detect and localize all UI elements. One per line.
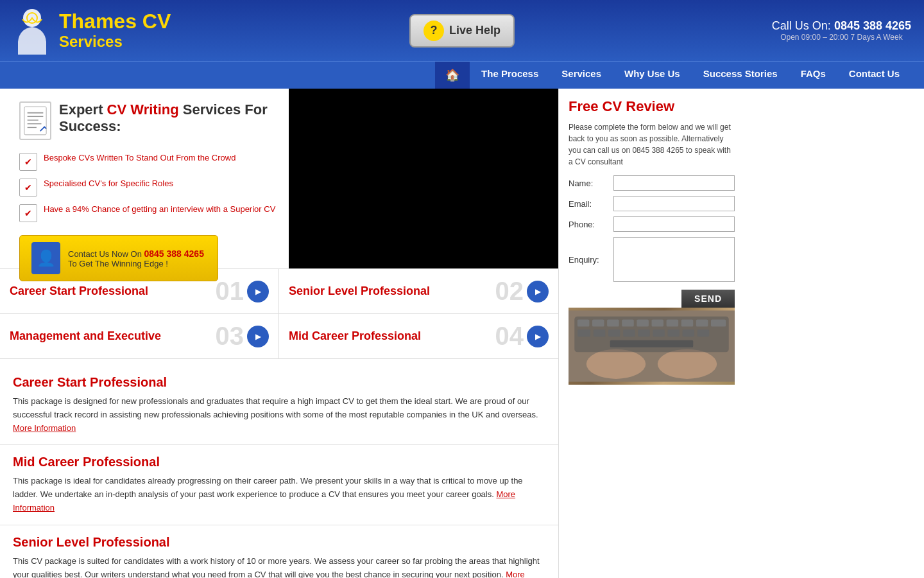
main-nav: 🏠 The Process Services Why Use Us Succes… (0, 61, 924, 89)
hero-cv: CV Writing (107, 101, 179, 118)
svg-rect-26 (638, 329, 650, 337)
section-mid-career-title: Mid Career Professional (13, 455, 545, 469)
hero-prefix: Expert (59, 101, 107, 118)
phone-input[interactable] (613, 216, 735, 232)
section-mid-career: Mid Career Professional This package is … (0, 445, 558, 525)
call-info: Call Us On: 0845 388 4265 Open 09:00 – 2… (772, 19, 911, 42)
svg-rect-31 (610, 340, 694, 347)
page-header: Thames CV Services ? Live Help Call Us O… (0, 0, 924, 61)
phone-label: Phone: (569, 220, 613, 229)
svg-rect-15 (622, 319, 634, 326)
svg-rect-16 (637, 319, 649, 326)
cta-button[interactable]: 👤 Contact Us Now On 0845 388 4265 To Get… (19, 235, 218, 281)
package-management-label: Management and Executive (10, 329, 216, 343)
name-label: Name: (569, 179, 613, 188)
enquiry-input[interactable] (613, 237, 735, 282)
svg-rect-13 (592, 319, 604, 326)
sidebar-title: Free CV Review (569, 98, 735, 115)
svg-rect-18 (667, 319, 679, 326)
form-name-row: Name: (569, 175, 735, 191)
svg-rect-24 (608, 329, 620, 337)
hero-left: Expert CV Writing Services For Success: … (0, 89, 289, 268)
feature-icon-3: ✔ (19, 204, 37, 222)
cta-phone: 0845 388 4265 (144, 249, 204, 259)
play-button-3[interactable]: ▶ (247, 326, 269, 347)
keyboard-visual (569, 308, 735, 385)
hero-heading: Expert CV Writing Services For Success: (59, 101, 276, 135)
svg-rect-21 (711, 319, 726, 326)
svg-rect-25 (623, 329, 635, 337)
svg-rect-22 (578, 329, 590, 337)
svg-rect-30 (697, 329, 710, 337)
nav-the-process[interactable]: The Process (470, 62, 550, 89)
play-button-1[interactable]: ▶ (247, 281, 269, 302)
nav-why-use-us[interactable]: Why Use Us (613, 62, 692, 89)
live-help-label: Live Help (449, 24, 501, 37)
feature-text-1: Bespoke CVs Written To Stand Out From th… (44, 153, 235, 162)
package-management[interactable]: Management and Executive 03 ▶ (0, 314, 279, 359)
svg-rect-17 (652, 319, 664, 326)
feature-2: ✔ Specialised CV's for Specific Roles (19, 179, 276, 197)
nav-faqs[interactable]: FAQs (789, 62, 837, 89)
call-label: Call Us On: 0845 388 4265 (772, 19, 911, 33)
form-email-row: Email: (569, 196, 735, 211)
hero-title: Expert CV Writing Services For Success: (19, 101, 276, 140)
nav-home[interactable]: 🏠 (435, 62, 470, 89)
package-num-2: 02 (495, 277, 524, 306)
nav-success-stories[interactable]: Success Stories (692, 62, 789, 89)
keyboard-image (569, 308, 735, 385)
section-career-start-body: This package is designed for new profess… (13, 395, 545, 435)
package-senior-level-label: Senior Level Professional (289, 285, 495, 298)
content-sections: Career Start Professional This package i… (0, 359, 558, 578)
question-icon: ? (424, 21, 444, 41)
svg-rect-2 (24, 107, 46, 135)
packages-grid: Career Start Professional 01 ▶ Senior Le… (0, 268, 558, 359)
svg-rect-20 (696, 319, 708, 326)
svg-rect-27 (653, 329, 665, 337)
svg-rect-14 (607, 319, 619, 326)
svg-rect-28 (667, 329, 680, 337)
sidebar: Free CV Review Please complete the form … (558, 89, 744, 578)
section-senior-level-body: This CV package is suited for candidates… (13, 555, 545, 578)
package-career-start-label: Career Start Professional (10, 285, 216, 298)
feature-icon-1: ✔ (19, 153, 37, 171)
enquiry-label: Enquiry: (569, 255, 613, 265)
content-area: Expert CV Writing Services For Success: … (0, 89, 558, 578)
play-button-2[interactable]: ▶ (527, 281, 549, 302)
play-button-4[interactable]: ▶ (527, 326, 549, 347)
svg-rect-29 (683, 329, 695, 337)
feature-1: ✔ Bespoke CVs Written To Stand Out From … (19, 153, 276, 171)
email-label: Email: (569, 199, 613, 209)
svg-rect-12 (578, 319, 590, 326)
send-button[interactable]: SEND (681, 290, 735, 308)
package-mid-career[interactable]: Mid Career Professional 04 ▶ (279, 314, 558, 359)
hours-text: Open 09:00 – 20:00 7 Days A Week (772, 33, 911, 42)
section-career-start-title: Career Start Professional (13, 375, 545, 390)
package-num-4: 04 (495, 322, 524, 351)
name-input[interactable] (613, 175, 735, 191)
logo-area: Thames CV Services (13, 6, 171, 55)
section-senior-level-title: Senior Level Professional (13, 535, 545, 550)
hero-video (289, 89, 558, 268)
svg-point-10 (658, 349, 717, 379)
nav-services[interactable]: Services (550, 62, 613, 89)
cta-prefix: Contact Us Now On (68, 249, 144, 259)
svg-rect-19 (681, 319, 694, 326)
main-content: Expert CV Writing Services For Success: … (0, 89, 924, 578)
sidebar-description: Please complete the form below and we wi… (569, 121, 735, 168)
more-info-career-start[interactable]: More Information (13, 423, 76, 433)
section-senior-level: Senior Level Professional This CV packag… (0, 525, 558, 578)
nav-contact-us[interactable]: Contact Us (837, 62, 911, 89)
form-phone-row: Phone: (569, 216, 735, 232)
logo-name: Thames CV (59, 10, 171, 33)
email-input[interactable] (613, 196, 735, 211)
svg-rect-23 (594, 329, 606, 337)
feature-text-2: Specialised CV's for Specific Roles (44, 179, 173, 188)
hero-section: Expert CV Writing Services For Success: … (0, 89, 558, 268)
person-icon: 👤 (31, 242, 60, 274)
package-senior-level[interactable]: Senior Level Professional 02 ▶ (279, 269, 558, 314)
logo-icon (13, 6, 51, 55)
section-mid-career-body: This package is ideal for candidates alr… (13, 475, 545, 514)
cta-subtitle: To Get The Winning Edge ! (68, 259, 168, 268)
live-help-button[interactable]: ? Live Help (409, 14, 515, 48)
